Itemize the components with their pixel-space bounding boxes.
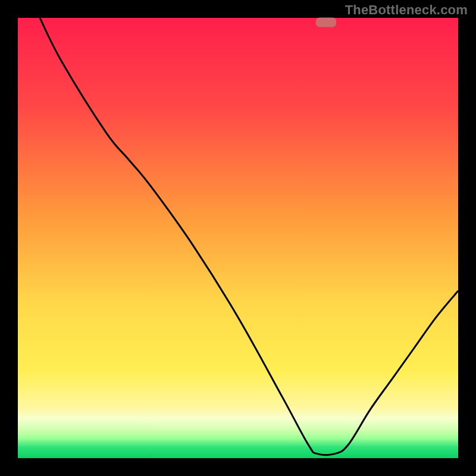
watermark-text: TheBottleneck.com: [345, 2, 468, 18]
plot-area: [18, 18, 458, 458]
bottleneck-chart: [0, 0, 476, 476]
chart-frame: { "watermark": "TheBottleneck.com", "cha…: [0, 0, 476, 476]
optimum-marker: [316, 17, 336, 27]
